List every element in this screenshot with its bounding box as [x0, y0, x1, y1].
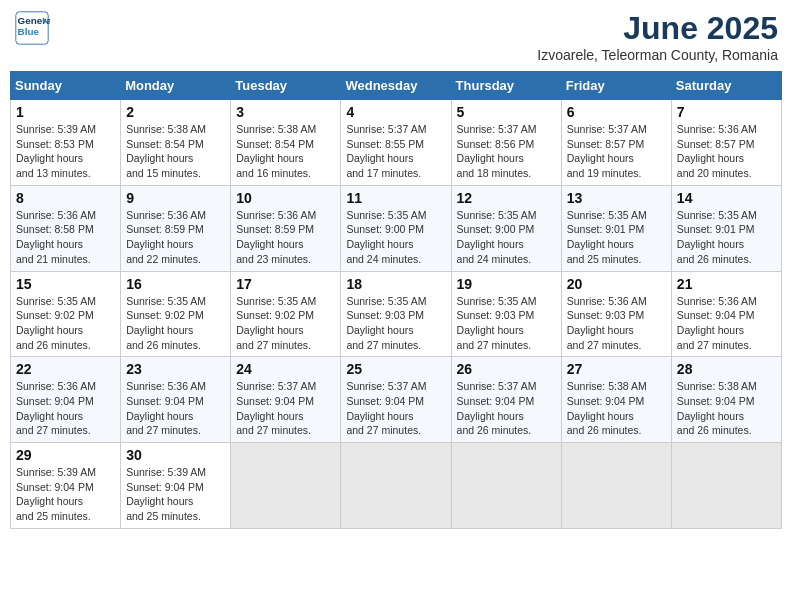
calendar-day-cell: 8 Sunrise: 5:36 AM Sunset: 8:58 PM Dayli…: [11, 185, 121, 271]
day-info: Sunrise: 5:36 AM Sunset: 9:04 PM Dayligh…: [16, 379, 115, 438]
day-number: 1: [16, 104, 115, 120]
calendar-day-cell: 19 Sunrise: 5:35 AM Sunset: 9:03 PM Dayl…: [451, 271, 561, 357]
calendar-week-row: 29 Sunrise: 5:39 AM Sunset: 9:04 PM Dayl…: [11, 443, 782, 529]
day-info: Sunrise: 5:36 AM Sunset: 8:59 PM Dayligh…: [126, 208, 225, 267]
day-number: 14: [677, 190, 776, 206]
col-wednesday: Wednesday: [341, 72, 451, 100]
day-info: Sunrise: 5:37 AM Sunset: 9:04 PM Dayligh…: [457, 379, 556, 438]
day-number: 23: [126, 361, 225, 377]
calendar-day-cell: 5 Sunrise: 5:37 AM Sunset: 8:56 PM Dayli…: [451, 100, 561, 186]
calendar-day-cell: 28 Sunrise: 5:38 AM Sunset: 9:04 PM Dayl…: [671, 357, 781, 443]
day-info: Sunrise: 5:36 AM Sunset: 9:04 PM Dayligh…: [126, 379, 225, 438]
calendar: Sunday Monday Tuesday Wednesday Thursday…: [10, 71, 782, 529]
col-thursday: Thursday: [451, 72, 561, 100]
calendar-day-cell: 30 Sunrise: 5:39 AM Sunset: 9:04 PM Dayl…: [121, 443, 231, 529]
day-number: 8: [16, 190, 115, 206]
day-info: Sunrise: 5:35 AM Sunset: 9:01 PM Dayligh…: [567, 208, 666, 267]
calendar-day-cell: 15 Sunrise: 5:35 AM Sunset: 9:02 PM Dayl…: [11, 271, 121, 357]
calendar-day-cell: 10 Sunrise: 5:36 AM Sunset: 8:59 PM Dayl…: [231, 185, 341, 271]
calendar-day-cell: 6 Sunrise: 5:37 AM Sunset: 8:57 PM Dayli…: [561, 100, 671, 186]
calendar-day-cell: 18 Sunrise: 5:35 AM Sunset: 9:03 PM Dayl…: [341, 271, 451, 357]
day-number: 21: [677, 276, 776, 292]
day-number: 24: [236, 361, 335, 377]
day-info: Sunrise: 5:36 AM Sunset: 9:04 PM Dayligh…: [677, 294, 776, 353]
calendar-day-cell: [561, 443, 671, 529]
col-friday: Friday: [561, 72, 671, 100]
calendar-day-cell: [341, 443, 451, 529]
col-tuesday: Tuesday: [231, 72, 341, 100]
calendar-day-cell: [451, 443, 561, 529]
calendar-day-cell: 13 Sunrise: 5:35 AM Sunset: 9:01 PM Dayl…: [561, 185, 671, 271]
col-monday: Monday: [121, 72, 231, 100]
day-number: 3: [236, 104, 335, 120]
svg-text:Blue: Blue: [18, 26, 40, 37]
calendar-day-cell: 21 Sunrise: 5:36 AM Sunset: 9:04 PM Dayl…: [671, 271, 781, 357]
page-header: General Blue June 2025 Izvoarele, Teleor…: [10, 10, 782, 63]
day-number: 12: [457, 190, 556, 206]
calendar-day-cell: 27 Sunrise: 5:38 AM Sunset: 9:04 PM Dayl…: [561, 357, 671, 443]
day-number: 29: [16, 447, 115, 463]
calendar-day-cell: 7 Sunrise: 5:36 AM Sunset: 8:57 PM Dayli…: [671, 100, 781, 186]
day-info: Sunrise: 5:35 AM Sunset: 9:02 PM Dayligh…: [126, 294, 225, 353]
day-number: 11: [346, 190, 445, 206]
day-number: 10: [236, 190, 335, 206]
calendar-week-row: 1 Sunrise: 5:39 AM Sunset: 8:53 PM Dayli…: [11, 100, 782, 186]
calendar-day-cell: [231, 443, 341, 529]
location-title: Izvoarele, Teleorman County, Romania: [537, 47, 778, 63]
day-info: Sunrise: 5:35 AM Sunset: 9:02 PM Dayligh…: [16, 294, 115, 353]
calendar-day-cell: [671, 443, 781, 529]
calendar-week-row: 22 Sunrise: 5:36 AM Sunset: 9:04 PM Dayl…: [11, 357, 782, 443]
day-info: Sunrise: 5:35 AM Sunset: 9:03 PM Dayligh…: [346, 294, 445, 353]
calendar-day-cell: 23 Sunrise: 5:36 AM Sunset: 9:04 PM Dayl…: [121, 357, 231, 443]
day-info: Sunrise: 5:36 AM Sunset: 8:57 PM Dayligh…: [677, 122, 776, 181]
day-number: 18: [346, 276, 445, 292]
day-info: Sunrise: 5:38 AM Sunset: 8:54 PM Dayligh…: [236, 122, 335, 181]
calendar-week-row: 8 Sunrise: 5:36 AM Sunset: 8:58 PM Dayli…: [11, 185, 782, 271]
calendar-day-cell: 2 Sunrise: 5:38 AM Sunset: 8:54 PM Dayli…: [121, 100, 231, 186]
day-number: 26: [457, 361, 556, 377]
day-number: 4: [346, 104, 445, 120]
calendar-day-cell: 29 Sunrise: 5:39 AM Sunset: 9:04 PM Dayl…: [11, 443, 121, 529]
day-info: Sunrise: 5:37 AM Sunset: 9:04 PM Dayligh…: [236, 379, 335, 438]
calendar-day-cell: 9 Sunrise: 5:36 AM Sunset: 8:59 PM Dayli…: [121, 185, 231, 271]
day-number: 15: [16, 276, 115, 292]
day-info: Sunrise: 5:39 AM Sunset: 8:53 PM Dayligh…: [16, 122, 115, 181]
day-number: 30: [126, 447, 225, 463]
title-area: June 2025 Izvoarele, Teleorman County, R…: [537, 10, 778, 63]
day-info: Sunrise: 5:38 AM Sunset: 9:04 PM Dayligh…: [567, 379, 666, 438]
day-info: Sunrise: 5:37 AM Sunset: 8:56 PM Dayligh…: [457, 122, 556, 181]
day-info: Sunrise: 5:35 AM Sunset: 9:00 PM Dayligh…: [346, 208, 445, 267]
day-info: Sunrise: 5:37 AM Sunset: 8:57 PM Dayligh…: [567, 122, 666, 181]
day-number: 13: [567, 190, 666, 206]
calendar-day-cell: 4 Sunrise: 5:37 AM Sunset: 8:55 PM Dayli…: [341, 100, 451, 186]
calendar-day-cell: 11 Sunrise: 5:35 AM Sunset: 9:00 PM Dayl…: [341, 185, 451, 271]
calendar-day-cell: 12 Sunrise: 5:35 AM Sunset: 9:00 PM Dayl…: [451, 185, 561, 271]
day-number: 7: [677, 104, 776, 120]
day-info: Sunrise: 5:36 AM Sunset: 8:59 PM Dayligh…: [236, 208, 335, 267]
day-number: 9: [126, 190, 225, 206]
day-number: 28: [677, 361, 776, 377]
day-number: 27: [567, 361, 666, 377]
month-title: June 2025: [537, 10, 778, 47]
day-info: Sunrise: 5:36 AM Sunset: 9:03 PM Dayligh…: [567, 294, 666, 353]
day-info: Sunrise: 5:35 AM Sunset: 9:02 PM Dayligh…: [236, 294, 335, 353]
col-saturday: Saturday: [671, 72, 781, 100]
calendar-header-row: Sunday Monday Tuesday Wednesday Thursday…: [11, 72, 782, 100]
day-info: Sunrise: 5:35 AM Sunset: 9:03 PM Dayligh…: [457, 294, 556, 353]
day-number: 22: [16, 361, 115, 377]
day-info: Sunrise: 5:37 AM Sunset: 9:04 PM Dayligh…: [346, 379, 445, 438]
day-number: 2: [126, 104, 225, 120]
logo-icon: General Blue: [14, 10, 50, 46]
day-number: 6: [567, 104, 666, 120]
day-info: Sunrise: 5:37 AM Sunset: 8:55 PM Dayligh…: [346, 122, 445, 181]
day-info: Sunrise: 5:38 AM Sunset: 8:54 PM Dayligh…: [126, 122, 225, 181]
day-number: 16: [126, 276, 225, 292]
calendar-day-cell: 20 Sunrise: 5:36 AM Sunset: 9:03 PM Dayl…: [561, 271, 671, 357]
logo: General Blue: [14, 10, 50, 46]
day-number: 20: [567, 276, 666, 292]
day-number: 5: [457, 104, 556, 120]
calendar-week-row: 15 Sunrise: 5:35 AM Sunset: 9:02 PM Dayl…: [11, 271, 782, 357]
calendar-day-cell: 16 Sunrise: 5:35 AM Sunset: 9:02 PM Dayl…: [121, 271, 231, 357]
calendar-day-cell: 22 Sunrise: 5:36 AM Sunset: 9:04 PM Dayl…: [11, 357, 121, 443]
day-info: Sunrise: 5:36 AM Sunset: 8:58 PM Dayligh…: [16, 208, 115, 267]
